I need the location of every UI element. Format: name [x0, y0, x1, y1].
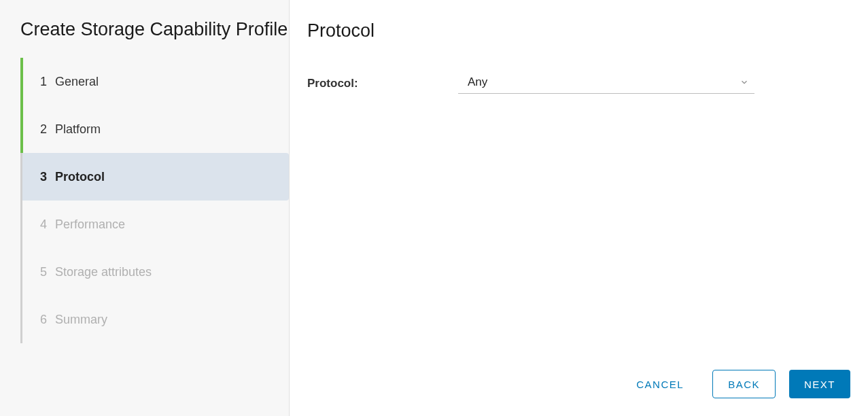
- protocol-field-row: Protocol: Any: [307, 73, 868, 94]
- next-button[interactable]: NEXT: [789, 370, 850, 398]
- step-label: Performance: [55, 218, 125, 232]
- wizard-step-6: 6Summary: [22, 296, 289, 343]
- wizard-footer: CANCEL BACK NEXT: [621, 370, 850, 398]
- step-number: 3: [40, 170, 55, 184]
- wizard-step-4: 4Performance: [22, 201, 289, 248]
- wizard-steps: 1General2Platform3Protocol4Performance5S…: [20, 58, 289, 343]
- wizard-step-1[interactable]: 1General: [22, 58, 289, 105]
- step-label: Storage attributes: [55, 265, 152, 279]
- wizard-step-2[interactable]: 2Platform: [22, 105, 289, 153]
- chevron-down-icon: [740, 77, 749, 87]
- step-number: 2: [40, 122, 55, 137]
- wizard-step-3[interactable]: 3Protocol: [22, 153, 289, 201]
- wizard-title: Create Storage Capability Profile: [0, 18, 289, 58]
- cancel-button[interactable]: CANCEL: [621, 370, 699, 398]
- wizard-step-5: 5Storage attributes: [22, 248, 289, 296]
- protocol-select[interactable]: Any: [458, 73, 754, 94]
- protocol-select-value: Any: [468, 75, 487, 89]
- wizard-content: Protocol Protocol: Any CANCEL BACK NEXT: [290, 0, 868, 416]
- step-number: 5: [40, 265, 55, 279]
- step-number: 1: [40, 75, 55, 89]
- wizard-sidebar: Create Storage Capability Profile 1Gener…: [0, 0, 290, 416]
- step-label: Platform: [55, 122, 101, 137]
- step-label: General: [55, 75, 99, 89]
- step-number: 4: [40, 218, 55, 232]
- step-label: Summary: [55, 313, 107, 327]
- protocol-label: Protocol:: [307, 77, 458, 90]
- step-number: 6: [40, 313, 55, 327]
- step-label: Protocol: [55, 170, 105, 184]
- back-button[interactable]: BACK: [712, 370, 776, 398]
- page-title: Protocol: [307, 20, 868, 41]
